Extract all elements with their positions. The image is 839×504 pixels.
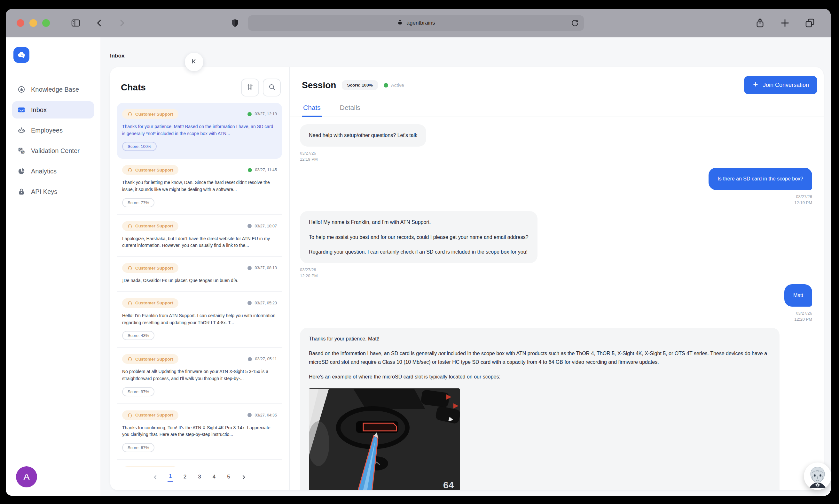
lock-icon [397,19,403,27]
collapse-sidebar-icon [190,57,198,67]
page-button[interactable]: 2 [182,473,188,482]
session-title: Session [302,80,336,90]
page-button[interactable]: 3 [196,473,202,482]
message-text: Hello! My name is Franklin, and I'm with… [309,218,529,227]
chat-list: Customer Support 03/27, 12:19 Thanks for… [110,103,289,467]
headset-icon [127,265,132,271]
chat-meta: 03/27, 12:19 [247,112,277,116]
user-avatar[interactable]: A [16,466,37,487]
page-button[interactable]: 1 [168,472,173,482]
active-status-dot [384,83,388,88]
sidebar-item-label: API Keys [31,188,57,196]
agent-badge-label: Customer Support [135,301,173,305]
search-button[interactable] [263,78,281,96]
svg-text:A: A [22,150,24,154]
sidebar-item-api-keys[interactable]: API Keys [12,183,94,200]
sidebar-toggle-icon[interactable] [70,18,81,29]
robot-face-icon [806,465,829,488]
share-icon[interactable] [755,18,766,29]
scope-microsd-slot-image[interactable]: 64 [309,389,460,490]
chat-preview: I apologize, Harshaka, but I don't have … [122,235,277,249]
sidebar-item-label: Validation Center [31,147,80,155]
svg-text:64: 64 [443,480,454,490]
api-keys-icon [17,187,25,196]
assistant-robot-avatar[interactable] [804,463,831,490]
sidebar-item-analytics[interactable]: Analytics [12,163,94,180]
agent-badge-label: Customer Support [135,357,173,362]
chat-time: 03/27, 10:07 [255,224,277,228]
headset-icon [127,111,132,116]
sidebar-item-knowledge-base[interactable]: Knowledge Base [12,81,94,98]
chat-time: 03/27, 08:13 [255,266,277,270]
sidebar-item-label: Knowledge Base [31,86,79,93]
agent-badge-label: Customer Support [135,112,173,116]
status-dot [247,112,252,116]
chat-list-item[interactable]: Customer Support 03/27, 12:19 Thanks for… [117,103,282,159]
chat-list-item[interactable]: Customer Support 03/27, 04:35 Thanks for… [117,404,282,460]
score-badge: Score: 77% [122,198,154,207]
page-button[interactable]: 5 [226,473,231,482]
headset-icon [127,413,132,418]
chat-preview: No problem at all! Updating the firmware… [122,368,277,382]
message-text: Regarding your question, I can certainly… [309,248,529,256]
zoom-window-button[interactable] [42,19,50,27]
close-window-button[interactable] [17,19,24,27]
sidebar-item-inbox[interactable]: Inbox [12,101,94,119]
tab-details[interactable]: Details [339,101,362,116]
headset-icon [127,301,132,306]
status-dot [248,357,252,361]
chats-list-panel: Chats [110,67,290,490]
message-thread[interactable]: Need help with setup/other questions? Le… [290,117,824,490]
search-icon [268,83,276,92]
reload-icon[interactable] [570,19,579,29]
address-bar[interactable]: agentbrains [248,15,584,31]
traffic-lights [17,19,50,27]
forward-icon[interactable] [117,18,126,28]
toolbar-left [17,18,248,29]
page-button[interactable]: 4 [211,473,217,482]
sidebar-item-employees[interactable]: Employees [12,122,94,139]
tab-chats[interactable]: Chats [302,101,322,116]
message-sent: Is there an SD card in the scope box? 03… [300,168,812,206]
brain-logo-icon[interactable] [14,47,30,63]
chat-list-item[interactable]: Customer Support 03/27, 05:23 Hello! I'm… [117,292,282,348]
sidebar-item-validation-center[interactable]: QA Validation Center [12,142,94,159]
message-text: Based on the information I have, an SD c… [309,349,771,366]
filter-button[interactable] [241,78,259,96]
headset-icon [127,223,132,229]
chat-meta: 03/27, 04:35 [247,413,277,417]
chat-meta: 03/27, 08:13 [247,266,277,270]
tabs-overview-icon[interactable] [804,18,815,29]
chat-list-item[interactable]: Customer Support 03/27, 03:51 [117,460,282,467]
shield-icon[interactable] [230,18,240,28]
minimize-window-button[interactable] [30,19,37,27]
chat-list-item[interactable]: Customer Support 03/27, 08:13 ¡De nada, … [117,257,282,292]
address-text: agentbrains [407,20,435,26]
message-timestamp: 03/27/26 12:20 PM [794,310,812,323]
headset-icon [127,167,132,173]
message-sent: Matt 03/27/26 12:20 PM [300,284,812,323]
message-text: Thanks for your patience, Matt! [309,335,771,343]
content-panel: Chats [110,67,824,490]
headset-icon [127,357,132,362]
agent-badge: Customer Support [122,354,178,364]
message-text: Need help with setup/other questions? Le… [309,132,417,138]
chat-preview: Thanks for confirming, Tom! It's the ATN… [122,425,277,438]
join-conversation-button[interactable]: Join Conversation [744,76,817,94]
chat-list-item[interactable]: Customer Support 03/27, 05:11 No problem… [117,348,282,404]
message-received: Thanks for your patience, Matt! Based on… [300,328,812,490]
chat-list-item[interactable]: Customer Support 03/27, 11:45 Thank you … [117,159,282,215]
agent-badge: Customer Support [122,165,178,175]
chat-preview: Hello! I'm Franklin from ATN Support. I … [122,312,277,326]
chevron-left-icon[interactable] [152,474,159,480]
session-status-label: Active [391,83,404,88]
new-tab-icon[interactable] [780,18,790,29]
chat-time: 03/27, 04:35 [255,413,277,417]
chevron-right-icon[interactable] [240,474,247,480]
employees-icon [17,126,25,134]
back-icon[interactable] [95,18,104,28]
chat-list-item[interactable]: Customer Support 03/27, 10:07 I apologiz… [117,215,282,257]
collapse-sidebar-button[interactable] [185,53,203,71]
plus-icon [752,81,759,89]
analytics-icon [17,167,25,175]
